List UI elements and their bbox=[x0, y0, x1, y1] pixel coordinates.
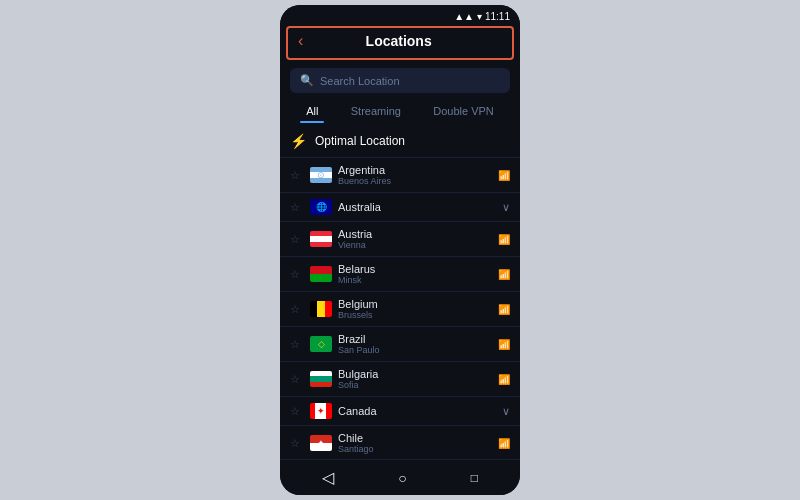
back-button[interactable]: ‹ bbox=[298, 32, 303, 50]
favorite-star-icon[interactable]: ☆ bbox=[290, 373, 304, 386]
location-info: Austria Vienna bbox=[338, 228, 492, 250]
flag-bulgaria bbox=[310, 371, 332, 387]
search-icon: 🔍 bbox=[300, 74, 314, 87]
list-item[interactable]: ☆ ◇ Brazil San Paulo 📶 bbox=[280, 326, 520, 361]
location-info: Chile Santiago bbox=[338, 432, 492, 454]
time-display: 11:11 bbox=[485, 11, 510, 22]
signal-icon: 📶 bbox=[498, 438, 510, 449]
signal-icon: 📶 bbox=[498, 339, 510, 350]
signal-icon: 📶 bbox=[498, 170, 510, 181]
signal-icon: 📶 bbox=[498, 374, 510, 385]
location-info: Bulgaria Sofia bbox=[338, 368, 492, 390]
tabs-container: All Streaming Double VPN bbox=[280, 101, 520, 121]
search-placeholder: Search Location bbox=[320, 75, 400, 87]
list-item[interactable]: ☆ Austria Vienna 📶 bbox=[280, 221, 520, 256]
location-info: Argentina Buenos Aires bbox=[338, 164, 492, 186]
phone-container: ▲▲ ▾ 11:11 ‹ Locations 🔍 Search Location… bbox=[280, 5, 520, 495]
signal-icon: 📶 bbox=[498, 304, 510, 315]
search-bar[interactable]: 🔍 Search Location bbox=[290, 68, 510, 93]
optimal-icon: ⚡ bbox=[290, 133, 307, 149]
recents-nav-icon[interactable]: □ bbox=[471, 471, 478, 485]
favorite-star-icon[interactable]: ☆ bbox=[290, 303, 304, 316]
list-item[interactable]: ☆ Belgium Brussels 📶 bbox=[280, 291, 520, 326]
list-item[interactable]: ☆ Bulgaria Sofia 📶 bbox=[280, 361, 520, 396]
flag-argentina: ⊙ bbox=[310, 167, 332, 183]
back-nav-icon[interactable]: ◁ bbox=[322, 468, 334, 487]
flag-brazil: ◇ bbox=[310, 336, 332, 352]
status-icons: ▲▲ ▾ 11:11 bbox=[454, 11, 510, 22]
flag-belgium bbox=[310, 301, 332, 317]
location-info: Belgium Brussels bbox=[338, 298, 492, 320]
flag-australia: 🌐 bbox=[310, 199, 332, 215]
list-item[interactable]: ☆ ✦ Chile Santiago 📶 bbox=[280, 425, 520, 459]
flag-belarus bbox=[310, 266, 332, 282]
wifi-icon: ▾ bbox=[477, 11, 482, 22]
flag-chile: ✦ bbox=[310, 435, 332, 451]
tab-streaming[interactable]: Streaming bbox=[345, 101, 407, 121]
status-bar: ▲▲ ▾ 11:11 bbox=[280, 5, 520, 26]
location-info: Belarus Minsk bbox=[338, 263, 492, 285]
flag-canada: ✦ bbox=[310, 403, 332, 419]
nav-bar: ◁ ○ □ bbox=[280, 459, 520, 495]
chevron-down-icon: ∨ bbox=[502, 201, 510, 214]
favorite-star-icon[interactable]: ☆ bbox=[290, 338, 304, 351]
favorite-star-icon[interactable]: ☆ bbox=[290, 233, 304, 246]
location-info: Australia bbox=[338, 201, 496, 213]
favorite-star-icon[interactable]: ☆ bbox=[290, 268, 304, 281]
list-item[interactable]: ☆ ✦ Canada ∨ bbox=[280, 396, 520, 425]
list-item[interactable]: ☆ ⊙ Argentina Buenos Aires 📶 bbox=[280, 157, 520, 192]
signal-bars-icon: ▲▲ bbox=[454, 11, 474, 22]
signal-icon: 📶 bbox=[498, 269, 510, 280]
location-list: ⚡ Optimal Location ☆ ⊙ Argentina Buenos … bbox=[280, 125, 520, 459]
page-title: Locations bbox=[311, 33, 502, 49]
favorite-star-icon[interactable]: ☆ bbox=[290, 169, 304, 182]
tab-all[interactable]: All bbox=[300, 101, 324, 121]
favorite-star-icon[interactable]: ☆ bbox=[290, 201, 304, 214]
tab-double-vpn[interactable]: Double VPN bbox=[427, 101, 500, 121]
home-nav-icon[interactable]: ○ bbox=[398, 470, 406, 486]
list-item[interactable]: ☆ 🌐 Australia ∨ bbox=[280, 192, 520, 221]
list-item[interactable]: ☆ Belarus Minsk 📶 bbox=[280, 256, 520, 291]
chevron-down-icon: ∨ bbox=[502, 405, 510, 418]
favorite-star-icon[interactable]: ☆ bbox=[290, 437, 304, 450]
flag-austria bbox=[310, 231, 332, 247]
favorite-star-icon[interactable]: ☆ bbox=[290, 405, 304, 418]
optimal-label: Optimal Location bbox=[315, 134, 405, 148]
header: ‹ Locations bbox=[286, 26, 514, 60]
signal-icon: 📶 bbox=[498, 234, 510, 245]
location-info: Brazil San Paulo bbox=[338, 333, 492, 355]
location-info: Canada bbox=[338, 405, 496, 417]
optimal-location-item[interactable]: ⚡ Optimal Location bbox=[280, 125, 520, 157]
